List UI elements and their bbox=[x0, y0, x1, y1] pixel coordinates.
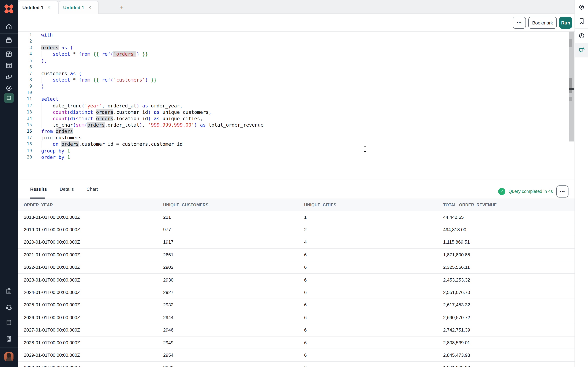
code-line[interactable]: 13count(distinct orders.customer_id) as … bbox=[18, 109, 569, 115]
token-str: 'year' bbox=[85, 103, 102, 108]
column-header[interactable]: TOTAL_ORDER_REVENUE bbox=[443, 203, 574, 207]
ai-chat-sparkle-icon[interactable] bbox=[575, 43, 588, 57]
code-line[interactable]: 6 bbox=[18, 64, 569, 70]
code-line[interactable]: 1with bbox=[18, 32, 569, 38]
new-tab-button[interactable]: + bbox=[116, 1, 127, 14]
code-text: count(distinct orders.customer_id) as un… bbox=[41, 109, 211, 115]
code-line[interactable]: 15to_char(sum(orders.order_total), '999,… bbox=[18, 122, 569, 128]
line-number: 10 bbox=[18, 90, 32, 96]
tab-details[interactable]: Details bbox=[60, 186, 74, 192]
collections-icon[interactable] bbox=[0, 35, 18, 45]
code-text: orders as ( bbox=[41, 44, 73, 51]
table-cell: 6 bbox=[304, 302, 443, 308]
code-line[interactable]: 3orders as ( bbox=[18, 44, 569, 51]
token-id bbox=[139, 103, 142, 108]
tab-label: Untitled 1 bbox=[63, 5, 84, 10]
compass-icon[interactable] bbox=[575, 0, 588, 14]
tab-untitled-1[interactable]: Untitled 1 ✕ bbox=[59, 1, 99, 14]
table-cell: 2,617,453.32 bbox=[443, 302, 574, 308]
table-cell: 221 bbox=[163, 214, 304, 220]
code-line[interactable]: 4select * from {{ ref('orders') }} bbox=[18, 51, 569, 57]
column-header[interactable]: UNIQUE_CITIES bbox=[304, 203, 443, 207]
indent-guide bbox=[42, 77, 42, 83]
code-line[interactable]: 8select * from {{ ref('customers') }} bbox=[18, 77, 569, 83]
code-window-icon[interactable] bbox=[0, 60, 18, 71]
close-icon[interactable]: ✕ bbox=[88, 5, 91, 10]
sql-editor[interactable]: 1with23orders as (4select * from {{ ref(… bbox=[18, 32, 574, 179]
token-num: 1 bbox=[67, 148, 70, 153]
explore-compass-icon[interactable] bbox=[0, 83, 18, 94]
code-line[interactable]: 20order by 1 bbox=[18, 154, 569, 160]
code-line[interactable]: 19group by 1 bbox=[18, 147, 569, 154]
apps-grid-icon[interactable] bbox=[0, 49, 18, 59]
token-id: unique_cities, bbox=[160, 116, 203, 121]
table-row: 2018-01-01T00:00:00.000Z221144,442.65 bbox=[18, 211, 574, 224]
code-line[interactable]: 5), bbox=[18, 57, 569, 64]
code-line[interactable]: 12date_trunc('year', ordered_at) as orde… bbox=[18, 102, 569, 109]
table-cell: 6 bbox=[304, 265, 443, 270]
multi-window-icon[interactable] bbox=[0, 72, 18, 82]
token-paren: ) bbox=[139, 122, 142, 128]
code-line[interactable]: 9) bbox=[18, 83, 569, 89]
token-paren: ) bbox=[145, 77, 148, 83]
token-id bbox=[64, 148, 67, 153]
support-headset-icon[interactable] bbox=[0, 302, 18, 312]
token-paren: ( bbox=[76, 71, 82, 76]
code-line[interactable]: 14count(distinct orders.location_id) as … bbox=[18, 115, 569, 122]
token-num: 1 bbox=[67, 154, 70, 160]
scrollbar-cursor-mark bbox=[569, 88, 574, 90]
user-avatar[interactable] bbox=[4, 352, 14, 361]
token-id: customers bbox=[53, 135, 82, 141]
more-options-button[interactable]: ••• bbox=[513, 17, 526, 29]
code-line[interactable]: 7customers as ( bbox=[18, 70, 569, 77]
table-cell: 2020-01-01T00:00:00.000Z bbox=[24, 240, 163, 245]
divider bbox=[0, 348, 18, 348]
code-line[interactable]: 2 bbox=[18, 38, 569, 44]
token-kw: as bbox=[142, 103, 148, 108]
column-header[interactable]: ORDER_YEAR bbox=[24, 203, 163, 207]
run-button[interactable]: Run bbox=[559, 17, 572, 29]
token-brace: }} bbox=[142, 51, 148, 57]
bookmark-icon[interactable] bbox=[575, 14, 588, 28]
tab-results[interactable]: Results bbox=[30, 186, 47, 192]
token-kw: from bbox=[41, 128, 53, 134]
tab-untitled-1-active[interactable]: Untitled 1 ✕ bbox=[18, 1, 59, 14]
token-paren: ) bbox=[148, 116, 151, 121]
token-id: * bbox=[70, 51, 79, 57]
token-paren: ) bbox=[194, 122, 197, 128]
token-id bbox=[64, 154, 67, 160]
home-icon[interactable] bbox=[0, 21, 18, 32]
token-id bbox=[139, 51, 142, 57]
code-line[interactable]: 17join customers bbox=[18, 134, 569, 141]
close-icon[interactable]: ✕ bbox=[47, 5, 51, 10]
hex-logo[interactable] bbox=[0, 0, 18, 18]
notebook-view-active[interactable] bbox=[4, 93, 14, 103]
scrollbar-thumb[interactable] bbox=[569, 77, 572, 93]
line-number: 16 bbox=[18, 128, 32, 134]
code-line[interactable]: 10 bbox=[18, 90, 569, 96]
clipboard-icon[interactable] bbox=[0, 286, 18, 296]
organization-building-icon[interactable] bbox=[0, 333, 18, 344]
line-number: 8 bbox=[18, 77, 32, 83]
bookmark-button[interactable]: Bookmark bbox=[528, 17, 557, 29]
docs-book-icon[interactable] bbox=[0, 317, 18, 328]
token-brace: }} bbox=[151, 77, 157, 83]
indent-guide bbox=[42, 102, 42, 109]
column-header[interactable]: UNIQUE_CUSTOMERS bbox=[163, 203, 304, 207]
table-row: 2026-01-01T00:00:00.000Z294462,690,570.7… bbox=[18, 311, 574, 324]
table-row: 2025-01-01T00:00:00.000Z293262,617,453.3… bbox=[18, 299, 574, 311]
tab-chart[interactable]: Chart bbox=[86, 186, 98, 192]
editor-scrollbar[interactable] bbox=[569, 32, 574, 142]
code-line[interactable]: 18on orders.customer_id = customers.cust… bbox=[18, 141, 569, 147]
token-paren: ( bbox=[73, 122, 76, 128]
token-id: .location_id bbox=[113, 116, 148, 121]
results-more-button[interactable]: ••• bbox=[556, 185, 569, 198]
history-clock-icon[interactable] bbox=[575, 29, 588, 43]
code-line[interactable]: 11select bbox=[18, 96, 569, 102]
table-cell: 977 bbox=[163, 227, 304, 232]
code-text: ) bbox=[41, 83, 44, 89]
code-line[interactable]: 16from orders bbox=[18, 128, 569, 134]
table-cell: 2879 bbox=[163, 365, 304, 367]
table-cell: 6 bbox=[304, 365, 443, 367]
divider bbox=[0, 33, 18, 34]
